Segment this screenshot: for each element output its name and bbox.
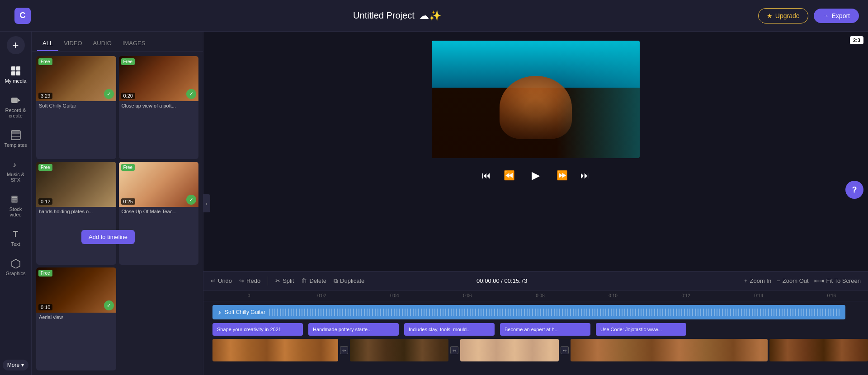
free-badge: Free	[121, 58, 135, 65]
media-item-label: Soft Chilly Guitar	[36, 101, 116, 110]
tab-video[interactable]: VIDEO	[58, 36, 87, 51]
media-tabs: ALL VIDEO AUDIO IMAGES	[32, 32, 203, 52]
clip-separator: ⇔	[560, 339, 570, 361]
collapse-panel-button[interactable]: ‹	[203, 194, 210, 212]
media-item[interactable]: Free 0:20 ✓ Close up view of a pott...	[119, 56, 199, 159]
split-label: Split	[283, 277, 294, 284]
video-clip[interactable]	[769, 339, 868, 361]
undo-button[interactable]: ↩ Undo	[211, 277, 232, 284]
duplicate-button[interactable]: ⧉ Duplicate	[334, 277, 364, 285]
delete-button[interactable]: 🗑 Delete	[301, 277, 326, 284]
tab-all[interactable]: ALL	[37, 36, 58, 51]
media-item[interactable]: Free 0:25 ✓ Close Up Of Male Teac...	[119, 162, 199, 265]
toolbar-separator	[268, 277, 268, 286]
media-thumbnail: Free 0:10 ✓	[36, 267, 116, 313]
audio-track[interactable]: ♪ Soft Chilly Guitar	[212, 305, 845, 319]
export-button[interactable]: → Export	[814, 9, 859, 23]
sidebar-label-music-sfx: Music & SFX	[4, 172, 28, 183]
text-clip[interactable]: Become an expert at h...	[500, 323, 590, 336]
delete-icon: 🗑	[301, 277, 307, 284]
upgrade-button[interactable]: ★ Upgrade	[758, 8, 808, 23]
play-button[interactable]: ▶	[526, 165, 546, 185]
redo-button[interactable]: ↪ Redo	[239, 277, 260, 284]
sidebar-item-graphics[interactable]: Graphics	[2, 253, 30, 281]
fit-to-screen-label: Fit To Screen	[826, 277, 861, 284]
text-clip[interactable]: Includes clay, tools, mould...	[404, 323, 495, 336]
zoom-out-icon: −	[777, 277, 780, 284]
duration-badge: 0:25	[121, 198, 135, 205]
sidebar-label-text: Text	[11, 241, 20, 247]
sidebar-item-music-sfx[interactable]: ♪ Music & SFX	[2, 155, 30, 187]
media-item-label: Close Up Of Male Teac...	[119, 207, 199, 216]
sidebar-item-templates[interactable]: Templates	[2, 125, 30, 152]
help-button[interactable]: ?	[845, 181, 863, 199]
project-title-area: Untitled Project ☁✨	[36, 10, 758, 22]
aspect-ratio-badge: 2:3	[850, 36, 863, 44]
media-thumbnail: Free 3:29 ✓	[36, 56, 116, 101]
svg-rect-2	[11, 71, 15, 75]
video-clip[interactable]	[571, 339, 768, 361]
app-logo: C	[14, 8, 31, 24]
media-item[interactable]: Free 3:29 ✓ Soft Chilly Guitar	[36, 56, 116, 159]
ruler-mark: 0:10	[577, 293, 650, 298]
sidebar-item-record-create[interactable]: Record & create	[2, 90, 30, 123]
graphics-icon	[10, 258, 21, 269]
svg-rect-4	[11, 98, 18, 103]
main-area: + My media Record & create	[0, 32, 868, 375]
video-clip[interactable]	[212, 339, 338, 361]
playback-controls: ⏮ ⏪ ▶ ⏩ ⏭	[480, 165, 591, 185]
audio-track-label: Soft Chilly Guitar	[225, 309, 265, 315]
svg-rect-1	[16, 66, 20, 70]
skip-to-start-button[interactable]: ⏮	[480, 169, 493, 183]
ruler-mark: 0:06	[431, 293, 504, 298]
skip-to-end-button[interactable]: ⏭	[579, 169, 591, 183]
selected-check: ✓	[104, 89, 114, 99]
cloud-save-icon[interactable]: ☁✨	[419, 10, 441, 22]
selected-check: ✓	[186, 89, 196, 99]
tab-images[interactable]: IMAGES	[117, 36, 151, 51]
add-media-button[interactable]: +	[7, 36, 25, 54]
clip-resize-handle[interactable]: ⇔	[561, 346, 569, 354]
pottery-visual	[432, 41, 640, 158]
duration-badge: 3:29	[38, 93, 52, 99]
svg-marker-5	[18, 99, 20, 102]
split-button[interactable]: ✂ Split	[275, 277, 294, 284]
text-track-row: Shape your creativity in 2021 Handmade p…	[203, 322, 868, 337]
sidebar-label-record-create: Record & create	[4, 108, 28, 118]
tab-audio[interactable]: AUDIO	[88, 36, 117, 51]
record-create-icon	[10, 95, 21, 106]
media-item[interactable]: Free 0:10 ✓ Aerial view	[36, 267, 116, 370]
export-label: Export	[832, 12, 850, 19]
split-icon: ✂	[275, 277, 280, 284]
upgrade-label: Upgrade	[775, 12, 800, 19]
rewind-button[interactable]: ⏪	[502, 168, 517, 183]
clip-resize-handle[interactable]: ⇔	[450, 346, 458, 354]
total-time: 00:15.73	[505, 277, 528, 284]
sidebar-item-my-media[interactable]: My media	[2, 61, 30, 88]
clip-resize-handle[interactable]: ⇔	[340, 346, 348, 354]
text-clip[interactable]: Use Code: Jojotastic www...	[596, 323, 686, 336]
ruler-mark: 0:16	[795, 293, 868, 298]
video-track-row: ⇔ ⇔ ⇔	[203, 338, 868, 362]
text-clip[interactable]: Shape your creativity in 2021	[212, 323, 303, 336]
media-item[interactable]: Free 0:12 hands holding plates o...	[36, 162, 116, 265]
fast-forward-button[interactable]: ⏩	[555, 168, 570, 183]
duration-badge: 0:10	[38, 304, 52, 310]
sidebar-item-text[interactable]: T Text	[2, 224, 30, 251]
project-title: Untitled Project	[353, 10, 415, 21]
add-to-timeline-tooltip[interactable]: Add to timeline	[81, 230, 135, 244]
zoom-out-button[interactable]: − Zoom Out	[777, 277, 808, 284]
video-clip[interactable]	[460, 339, 559, 361]
fit-to-screen-icon: ⇤⇥	[814, 277, 824, 284]
music-sfx-icon: ♪	[10, 159, 21, 170]
more-button[interactable]: More ▾	[3, 360, 28, 370]
zoom-in-button[interactable]: + Zoom In	[744, 277, 771, 284]
timeline-tracks[interactable]: ♪ Soft Chilly Guitar Shape your creativi…	[203, 301, 868, 375]
undo-label: Undo	[218, 277, 232, 284]
video-clip[interactable]	[350, 339, 448, 361]
ruler-mark: 0:12	[650, 293, 722, 298]
top-actions: ★ Upgrade → Export	[758, 8, 859, 23]
text-clip[interactable]: Handmade pottery starte...	[308, 323, 399, 336]
sidebar-item-stock-video[interactable]: Stock video	[2, 189, 30, 222]
fit-to-screen-button[interactable]: ⇤⇥ Fit To Screen	[814, 277, 861, 284]
